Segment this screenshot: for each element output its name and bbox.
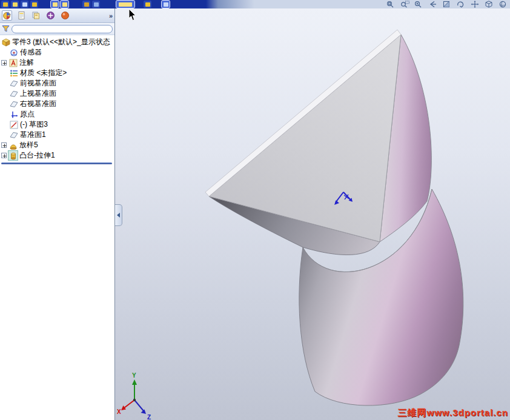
- section-view-icon[interactable]: [442, 1, 452, 8]
- tree-item-label: 右视基准面: [20, 99, 56, 109]
- standard-toolbar: [1, 1, 170, 8]
- annotations-icon: [8, 58, 18, 67]
- origin-icon: [9, 110, 18, 119]
- loft-icon: [8, 141, 18, 150]
- toolbar-icon[interactable]: [162, 1, 170, 8]
- title-strip: [0, 0, 510, 8]
- pan-icon[interactable]: [470, 1, 480, 8]
- sketch-icon: [9, 120, 18, 129]
- configurationmanager-tab-icon[interactable]: [31, 10, 41, 21]
- toolbar-icon[interactable]: [144, 1, 151, 8]
- tree-item-sensors[interactable]: 传感器: [0, 47, 114, 58]
- panel-collapse-tab[interactable]: [115, 204, 122, 226]
- chevron-left-icon: [117, 213, 121, 218]
- toolbar-overflow-chevron[interactable]: »: [109, 12, 113, 19]
- watermark-text: 三维网www.3dportal.cn: [398, 407, 508, 419]
- tree-item-boss-extrude1[interactable]: 凸台-拉伸1: [0, 150, 114, 161]
- tree-item-label: (-) 草图3: [20, 119, 48, 130]
- triad-y-label: Y: [132, 372, 136, 379]
- display-style-icon[interactable]: [498, 1, 508, 8]
- plane-icon: [9, 99, 18, 108]
- sensors-icon: [9, 48, 18, 57]
- tree-item-label: 凸台-拉伸1: [19, 150, 55, 161]
- tree-item-loft5[interactable]: 放样5: [0, 140, 114, 150]
- material-icon: [9, 68, 18, 78]
- reference-triad: Y X Z: [117, 372, 151, 420]
- tree-item-label: 基准面1: [20, 130, 46, 140]
- dimxpertmanager-tab-icon[interactable]: [45, 10, 56, 21]
- rollback-bar[interactable]: [1, 162, 112, 164]
- solidworks-window: » 零件3 (默认: [0, 0, 510, 420]
- toolbar-icon[interactable]: [11, 1, 19, 8]
- triad-x-label: X: [117, 408, 121, 415]
- previous-view-icon[interactable]: [428, 1, 438, 8]
- graphics-viewport[interactable]: Y X Z 三维网www.3dportal.cn: [115, 8, 510, 420]
- toolbar-icon[interactable]: [92, 1, 100, 8]
- view-orientation-icon[interactable]: [484, 1, 494, 8]
- tree-item-plane1[interactable]: 基准面1: [0, 130, 114, 140]
- zoom-in-out-icon[interactable]: [414, 1, 424, 8]
- feature-tree: 零件3 (默认<<默认>_显示状态 传感器: [0, 35, 114, 164]
- toolbar-icon[interactable]: [51, 1, 59, 8]
- tree-item-label: 零件3 (默认<<默认>_显示状态: [12, 37, 110, 47]
- tree-item-top-plane[interactable]: 上视基准面: [0, 88, 114, 99]
- tree-item-part[interactable]: 零件3 (默认<<默认>_显示状态: [0, 37, 114, 47]
- zoom-to-fit-icon[interactable]: [386, 1, 396, 8]
- tree-item-material[interactable]: 材质 <未指定>: [0, 68, 114, 78]
- panel-tab-bar: »: [0, 8, 114, 23]
- tree-item-right-plane[interactable]: 右视基准面: [0, 99, 114, 109]
- plane-icon: [9, 79, 18, 88]
- tree-item-annotations[interactable]: 注解: [0, 58, 114, 68]
- tree-item-label: 注解: [19, 58, 34, 68]
- model-canvas[interactable]: Y X Z: [115, 8, 510, 420]
- expand-plus-icon[interactable]: [1, 142, 7, 148]
- toolbar-icon[interactable]: [21, 1, 28, 8]
- toolbar-icon[interactable]: [1, 1, 9, 8]
- toolbar-icon[interactable]: [30, 1, 38, 8]
- rotate-view-icon[interactable]: [456, 1, 466, 8]
- propertymanager-tab-icon[interactable]: [16, 10, 27, 21]
- displaymanager-tab-icon[interactable]: [60, 10, 70, 21]
- toolbar-icon[interactable]: [61, 1, 68, 8]
- tree-item-label: 前视基准面: [20, 78, 56, 88]
- tree-item-sketch3[interactable]: (-) 草图3: [0, 119, 114, 130]
- tree-item-label: 放样5: [19, 140, 38, 150]
- toolbar-icon[interactable]: [116, 1, 134, 8]
- tree-item-label: 上视基准面: [20, 88, 56, 99]
- tree-item-label: 传感器: [20, 47, 42, 58]
- toolbar-icon[interactable]: [82, 1, 90, 8]
- expand-plus-icon[interactable]: [1, 153, 7, 158]
- expand-plus-icon[interactable]: [1, 60, 7, 65]
- tree-item-front-plane[interactable]: 前视基准面: [0, 78, 114, 88]
- plane-icon: [9, 89, 18, 98]
- tree-filter-row: [0, 23, 114, 35]
- tree-item-label: 原点: [20, 109, 35, 119]
- plane-icon: [9, 130, 18, 139]
- boss-extrude-icon: [8, 151, 18, 160]
- tree-item-origin[interactable]: 原点: [0, 109, 114, 119]
- zoom-to-area-icon[interactable]: [400, 1, 410, 8]
- tree-item-label: 材质 <未指定>: [20, 68, 67, 78]
- triad-z-label: Z: [147, 414, 151, 420]
- featuremanager-tab-icon[interactable]: [2, 10, 12, 21]
- tree-filter-input[interactable]: [12, 25, 113, 33]
- filter-funnel-icon: [2, 25, 10, 33]
- view-toolbar: [386, 1, 508, 8]
- part-icon: [1, 38, 10, 47]
- feature-manager-panel: » 零件3 (默认: [0, 8, 115, 420]
- mouse-cursor: [128, 9, 137, 21]
